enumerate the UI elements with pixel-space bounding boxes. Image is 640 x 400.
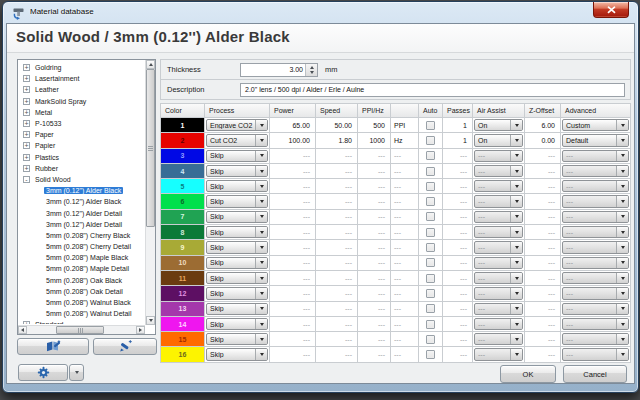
tree-item[interactable]: +P-10533 xyxy=(19,118,144,129)
process-dropdown[interactable]: Skip xyxy=(206,150,268,162)
dropdown-arrow-icon[interactable] xyxy=(510,304,522,314)
tree-item[interactable]: +Rubber xyxy=(19,163,144,174)
description-input[interactable]: 2.0" lens / 500 dpi / Alder / Erle / Aul… xyxy=(240,83,625,97)
passes-cell[interactable]: --- xyxy=(443,149,472,163)
advanced-dropdown[interactable]: Default xyxy=(562,134,629,146)
dropdown-arrow-icon[interactable] xyxy=(616,334,628,344)
dropdown-arrow-icon[interactable] xyxy=(616,242,628,252)
dropdown-arrow-icon[interactable] xyxy=(616,196,628,206)
passes-cell[interactable]: --- xyxy=(443,164,472,178)
tree-item[interactable]: 3mm (0.12") Alder Black xyxy=(19,185,144,196)
auto-checkbox[interactable] xyxy=(426,335,435,344)
power-cell[interactable]: --- xyxy=(270,332,315,346)
dropdown-arrow-icon[interactable] xyxy=(255,181,267,191)
dropdown-arrow-icon[interactable] xyxy=(510,273,522,283)
tree-item[interactable]: +Papier xyxy=(19,140,144,151)
process-dropdown[interactable]: Cut CO2 xyxy=(206,134,268,146)
dropdown-arrow-icon[interactable] xyxy=(616,319,628,329)
passes-cell[interactable]: --- xyxy=(443,210,472,224)
frequency-cell[interactable]: --- xyxy=(358,210,390,224)
settings-menu-button[interactable] xyxy=(69,364,84,381)
air-assist-dropdown[interactable]: On xyxy=(474,134,523,146)
dropdown-arrow-icon[interactable] xyxy=(510,166,522,176)
z-offset-cell[interactable]: --- xyxy=(525,256,560,270)
tree-item[interactable]: 5mm (0.208") Walnut Detail xyxy=(19,308,144,319)
advanced-dropdown[interactable]: --- xyxy=(562,272,629,284)
z-offset-cell[interactable]: --- xyxy=(525,225,560,239)
passes-cell[interactable]: --- xyxy=(443,225,472,239)
auto-checkbox[interactable] xyxy=(426,304,435,313)
air-assist-dropdown[interactable]: --- xyxy=(474,318,523,330)
process-dropdown[interactable]: Skip xyxy=(206,287,268,299)
new-material-button[interactable] xyxy=(93,338,157,355)
dropdown-arrow-icon[interactable] xyxy=(616,181,628,191)
tree-expander-icon[interactable]: + xyxy=(23,75,30,82)
advanced-dropdown[interactable]: --- xyxy=(562,348,629,360)
auto-checkbox[interactable] xyxy=(426,228,435,237)
advanced-dropdown[interactable]: --- xyxy=(562,150,629,162)
auto-checkbox[interactable] xyxy=(426,243,435,252)
speed-cell[interactable]: --- xyxy=(316,210,357,224)
speed-cell[interactable]: --- xyxy=(316,286,357,300)
dropdown-arrow-icon[interactable] xyxy=(255,135,267,145)
process-dropdown[interactable]: Skip xyxy=(206,348,268,360)
dropdown-arrow-icon[interactable] xyxy=(255,151,267,161)
process-dropdown[interactable]: Skip xyxy=(206,165,268,177)
dropdown-arrow-icon[interactable] xyxy=(255,349,267,359)
thickness-value[interactable]: 3.00 xyxy=(241,64,305,76)
dropdown-arrow-icon[interactable] xyxy=(255,288,267,298)
ok-button[interactable]: OK xyxy=(500,365,556,383)
air-assist-dropdown[interactable]: --- xyxy=(474,195,523,207)
edit-material-button[interactable] xyxy=(17,338,89,355)
tree-item[interactable]: +Goldring xyxy=(19,62,144,73)
auto-checkbox[interactable] xyxy=(426,151,435,160)
thickness-input[interactable]: 3.00 xyxy=(240,63,318,77)
process-dropdown[interactable]: Skip xyxy=(206,333,268,345)
tree-item[interactable]: 3mm (0.12") Alder Detail xyxy=(19,207,144,218)
dropdown-arrow-icon[interactable] xyxy=(255,334,267,344)
z-offset-cell[interactable]: 0.00 xyxy=(525,133,560,147)
passes-cell[interactable]: --- xyxy=(443,179,472,193)
process-dropdown[interactable]: Skip xyxy=(206,303,268,315)
process-dropdown[interactable]: Engrave CO2 xyxy=(206,119,268,131)
auto-checkbox[interactable] xyxy=(426,289,435,298)
dropdown-arrow-icon[interactable] xyxy=(510,334,522,344)
speed-cell[interactable]: --- xyxy=(316,332,357,346)
speed-cell[interactable]: --- xyxy=(316,164,357,178)
frequency-cell[interactable]: --- xyxy=(358,332,390,346)
dropdown-arrow-icon[interactable] xyxy=(616,151,628,161)
power-cell[interactable]: --- xyxy=(270,149,315,163)
power-cell[interactable]: 100.00 xyxy=(270,133,315,147)
air-assist-dropdown[interactable]: --- xyxy=(474,226,523,238)
frequency-cell[interactable]: --- xyxy=(358,347,390,361)
dropdown-arrow-icon[interactable] xyxy=(510,212,522,222)
air-assist-dropdown[interactable]: --- xyxy=(474,241,523,253)
scroll-left-button[interactable] xyxy=(18,326,27,334)
passes-cell[interactable]: --- xyxy=(443,240,472,254)
passes-cell[interactable]: --- xyxy=(443,256,472,270)
power-cell[interactable]: --- xyxy=(270,286,315,300)
power-cell[interactable]: --- xyxy=(270,347,315,361)
dropdown-arrow-icon[interactable] xyxy=(510,196,522,206)
z-offset-cell[interactable]: --- xyxy=(525,149,560,163)
auto-checkbox[interactable] xyxy=(426,274,435,283)
z-offset-cell[interactable]: --- xyxy=(525,194,560,208)
z-offset-cell[interactable]: --- xyxy=(525,302,560,316)
advanced-dropdown[interactable]: --- xyxy=(562,287,629,299)
advanced-dropdown[interactable]: --- xyxy=(562,165,629,177)
dropdown-arrow-icon[interactable] xyxy=(616,273,628,283)
frequency-cell[interactable]: --- xyxy=(358,317,390,331)
advanced-dropdown[interactable]: --- xyxy=(562,257,629,269)
power-cell[interactable]: --- xyxy=(270,302,315,316)
tree-item[interactable]: -Solid Wood xyxy=(19,174,144,185)
z-offset-cell[interactable]: --- xyxy=(525,332,560,346)
scroll-down-button[interactable] xyxy=(146,316,155,325)
air-assist-dropdown[interactable]: --- xyxy=(474,150,523,162)
passes-cell[interactable]: --- xyxy=(443,194,472,208)
advanced-dropdown[interactable]: --- xyxy=(562,195,629,207)
tree-item[interactable]: +Lasertainment xyxy=(19,73,144,84)
z-offset-cell[interactable]: --- xyxy=(525,271,560,285)
tree-item[interactable]: 5mm (0.208") Cherry Black xyxy=(19,230,144,241)
cancel-button[interactable]: Cancel xyxy=(563,365,627,383)
tree-item[interactable]: +Leather xyxy=(19,84,144,95)
